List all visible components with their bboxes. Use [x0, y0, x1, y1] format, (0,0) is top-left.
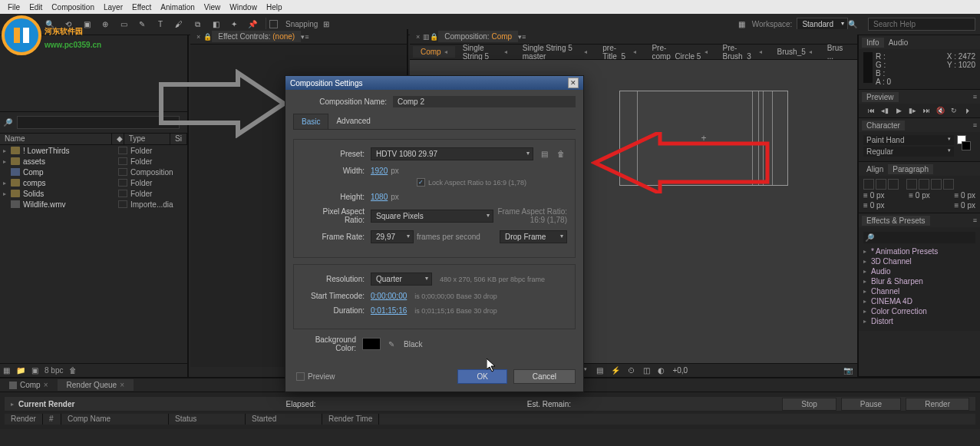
delete-preset-icon[interactable]: 🗑: [555, 148, 567, 160]
preset-dropdown[interactable]: HDTV 1080 29.97: [371, 147, 533, 160]
breadcrumb-item[interactable]: Pre-Brush_3◂: [715, 42, 770, 62]
text-tool-icon[interactable]: T: [152, 16, 169, 33]
col-type[interactable]: Type: [124, 134, 170, 144]
new-folder-icon[interactable]: 📁: [16, 366, 25, 375]
breadcrumb-item[interactable]: Comp◂: [413, 46, 455, 58]
par-dropdown[interactable]: Square Pixels: [371, 210, 493, 223]
character-tab[interactable]: Character: [862, 121, 905, 130]
exposure-value[interactable]: +0,0: [672, 366, 688, 375]
menu-effect[interactable]: Effect: [127, 2, 156, 13]
fast-preview-icon[interactable]: ⚡: [611, 366, 620, 375]
info-tab[interactable]: Info: [862, 38, 884, 48]
anchor-tool-icon[interactable]: ⊕: [97, 16, 114, 33]
basic-tab[interactable]: Basic: [293, 114, 328, 129]
effects-category[interactable]: ▸Channel: [863, 286, 975, 296]
stroke-color-swatch[interactable]: [962, 141, 971, 150]
comp-name-input[interactable]: [393, 96, 576, 107]
rq-col-render-time[interactable]: Render Time: [322, 414, 379, 425]
justify-left-icon[interactable]: [906, 179, 917, 190]
panel-menu-icon[interactable]: ▾≡: [518, 33, 526, 41]
panel-close-icon[interactable]: ×: [416, 33, 420, 41]
snapshot-icon[interactable]: 📷: [843, 366, 853, 375]
panel-menu-icon[interactable]: ▾≡: [301, 33, 309, 41]
camera-tool-icon[interactable]: ▣: [78, 16, 95, 33]
loop-icon[interactable]: ↻: [949, 105, 959, 116]
shape-tool-icon[interactable]: ▭: [115, 16, 132, 33]
align-center-icon[interactable]: [876, 179, 886, 190]
height-value[interactable]: 1080: [371, 193, 388, 201]
project-row[interactable]: ▸compsFolder: [0, 177, 187, 188]
last-frame-icon[interactable]: ⏭: [921, 105, 932, 116]
interpret-icon[interactable]: ▦: [3, 366, 10, 375]
effects-category[interactable]: ▸CINEMA 4D: [863, 296, 975, 306]
effects-category[interactable]: ▸* Animation Presets: [863, 246, 975, 256]
ram-preview-icon[interactable]: ⏵: [962, 105, 973, 116]
brush-tool-icon[interactable]: 🖌: [170, 16, 187, 33]
space-before-value[interactable]: ≡ 0 px: [863, 201, 885, 210]
composition-canvas[interactable]: +: [619, 91, 788, 186]
dialog-close-button[interactable]: ✕: [568, 78, 579, 88]
new-comp-icon[interactable]: ▣: [31, 366, 38, 375]
preview-tab[interactable]: Preview: [862, 92, 899, 102]
indent-right-value[interactable]: ≡ 0 px: [954, 191, 975, 200]
pen-tool-icon[interactable]: ✎: [134, 16, 150, 33]
space-after-value[interactable]: ≡ 0 px: [954, 201, 975, 210]
rq-col-status[interactable]: Status: [169, 414, 246, 425]
save-preset-icon[interactable]: ▤: [538, 148, 550, 160]
lock-aspect-checkbox[interactable]: ✓: [417, 178, 425, 187]
rq-col-render[interactable]: Render: [5, 414, 43, 425]
effects-category[interactable]: ▸Audio: [863, 266, 975, 276]
hand-tool-icon[interactable]: ✋: [23, 16, 40, 33]
menu-help[interactable]: Help: [262, 2, 287, 13]
dialog-titlebar[interactable]: Composition Settings ✕: [285, 76, 583, 90]
render-button[interactable]: Render: [906, 398, 969, 411]
effects-category[interactable]: ▸3D Channel: [863, 256, 975, 266]
preview-checkbox[interactable]: [296, 372, 305, 381]
zoom-tool-icon[interactable]: 🔍: [41, 16, 58, 33]
eyedropper-icon[interactable]: ✎: [385, 338, 398, 350]
breadcrumb-item[interactable]: Pre-comp_Circle 5◂: [644, 42, 714, 62]
menu-edit[interactable]: Edit: [25, 2, 47, 13]
project-row[interactable]: ▸assetsFolder: [0, 156, 187, 167]
width-value[interactable]: 1920: [371, 167, 388, 175]
effects-category[interactable]: ▸Blur & Sharpen: [863, 276, 975, 286]
next-frame-icon[interactable]: ▮▸: [907, 105, 918, 116]
audio-tab[interactable]: Audio: [884, 38, 913, 48]
align-tab[interactable]: Align: [862, 164, 888, 174]
col-name[interactable]: Name: [0, 134, 112, 144]
breadcrumb-item[interactable]: Single String 5◂: [455, 42, 515, 62]
bpc-indicator[interactable]: 8 bpc: [45, 366, 63, 375]
effects-category[interactable]: ▸Color Correction: [863, 306, 975, 316]
trash-icon[interactable]: 🗑: [69, 366, 77, 375]
rotate-tool-icon[interactable]: ⟲: [60, 16, 77, 33]
first-frame-icon[interactable]: ⏮: [866, 105, 876, 116]
mute-icon[interactable]: 🔇: [935, 105, 945, 116]
effect-controls-tab[interactable]: Effect Controls: (none): [212, 31, 301, 42]
effects-search-input[interactable]: 🔎: [863, 232, 975, 243]
start-tc-value[interactable]: 0;00;00;00: [371, 292, 407, 300]
timeline-icon[interactable]: ⏲: [628, 366, 635, 375]
col-label[interactable]: ◆: [112, 134, 124, 144]
menu-view[interactable]: View: [200, 2, 226, 13]
rq-col-started[interactable]: Started: [246, 414, 322, 425]
project-row[interactable]: Wildlife.wmvImporte...dia: [0, 199, 187, 210]
drop-frame-dropdown[interactable]: Drop Frame: [500, 230, 567, 243]
pause-button[interactable]: Pause: [841, 398, 901, 411]
justify-right-icon[interactable]: [931, 179, 942, 190]
breadcrumb-item[interactable]: Single String 5 master◂: [515, 42, 596, 62]
indent-first-value[interactable]: ≡ 0 px: [909, 191, 930, 200]
breadcrumb-item[interactable]: Brush_5◂: [770, 46, 820, 58]
project-row[interactable]: ▸! LowerThirdsFolder: [0, 145, 187, 156]
menu-composition[interactable]: Composition: [47, 2, 99, 13]
composition-tab[interactable]: Composition: Comp: [438, 31, 518, 42]
panel-lock-icon[interactable]: 🔒: [203, 33, 212, 41]
effects-presets-tab[interactable]: Effects & Presets: [862, 216, 930, 226]
rq-col-comp-name[interactable]: Comp Name: [61, 414, 169, 425]
flowchart-icon[interactable]: ◫: [643, 366, 650, 375]
timeline-comp-tab[interactable]: Comp×: [0, 379, 58, 391]
project-row[interactable]: ▸SolidsFolder: [0, 188, 187, 199]
justify-all-icon[interactable]: [943, 179, 954, 190]
viewer-split-icon[interactable]: ▥: [423, 33, 430, 41]
font-family-dropdown[interactable]: Paint Hand: [863, 135, 954, 145]
menu-layer[interactable]: Layer: [99, 2, 127, 13]
